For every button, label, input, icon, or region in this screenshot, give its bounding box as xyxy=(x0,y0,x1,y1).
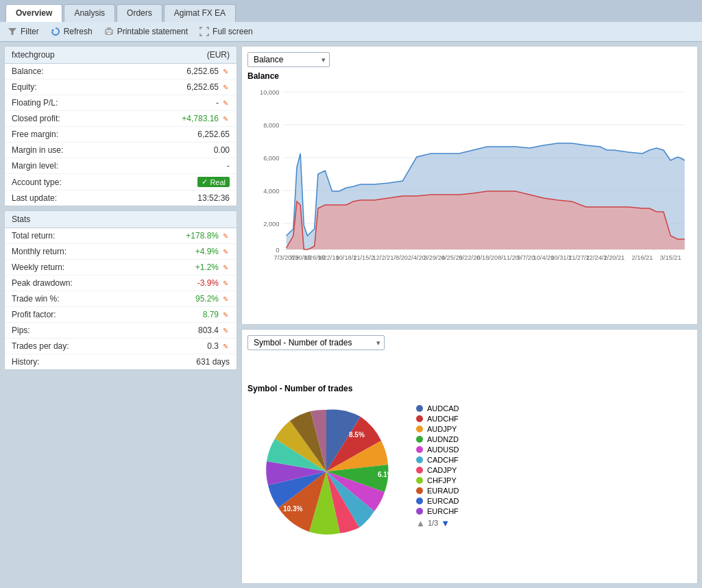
filter-button[interactable]: Filter xyxy=(7,26,39,37)
closed-edit-icon[interactable]: ✎ xyxy=(221,114,230,123)
totalreturn-value: +178.8% ✎ xyxy=(186,231,230,241)
app-container: Overview Analysis Orders Agimat FX EA Fi… xyxy=(0,0,702,588)
balance-chart-card: Balance Balance 10,000 xyxy=(241,46,698,325)
margininuse-value: 0.00 xyxy=(214,145,230,155)
drawdown-edit-icon[interactable]: ✎ xyxy=(221,279,230,287)
profitfactor-edit-icon[interactable]: ✎ xyxy=(221,310,230,319)
history-value: 631 days xyxy=(196,357,230,367)
balance-select-wrapper: Balance xyxy=(247,52,330,67)
print-icon xyxy=(104,26,114,37)
tradesperday-edit-icon[interactable]: ✎ xyxy=(221,342,230,350)
equity-edit-icon[interactable]: ✎ xyxy=(221,83,230,91)
tab-orders[interactable]: Orders xyxy=(117,4,162,22)
stats-body: Total return: +178.8% ✎ Monthly return: … xyxy=(5,228,237,369)
legend-item-audnzd: AUDNZD xyxy=(416,435,692,443)
check-icon: ✓ xyxy=(202,177,208,186)
totalreturn-edit-icon[interactable]: ✎ xyxy=(221,232,230,240)
legend-label-audusd: AUDUSD xyxy=(427,445,459,454)
fullscreen-button[interactable]: Full screen xyxy=(199,26,253,37)
pie-chart-container: Symbol - Number of trades xyxy=(247,384,405,549)
pie-dropdown[interactable]: Symbol - Number of trades xyxy=(247,335,385,350)
balance-chart-area: 10,000 8,000 6,000 4,000 2,000 0 xyxy=(247,85,692,319)
toolbar: Filter Refresh Printable statement xyxy=(0,22,702,42)
legend-dot-audcad xyxy=(416,405,423,412)
legend-label-cadjpy: CADJPY xyxy=(427,466,457,474)
pie-chart-area: Symbol - Number of trades xyxy=(247,354,692,578)
weekly-value: +1.2% ✎ xyxy=(195,262,230,272)
svg-text:8/11/20: 8/11/20 xyxy=(498,254,519,261)
pips-value: 803.4 ✎ xyxy=(198,326,230,335)
lastupdate-label: Last update: xyxy=(12,193,57,203)
account-row-type: Account type: ✓ Real xyxy=(5,174,237,191)
legend-dot-eurchf xyxy=(416,508,423,515)
weekly-edit-icon[interactable]: ✎ xyxy=(221,263,230,271)
pie-container: 8.5% 6.1% 10.3% 7.3% xyxy=(247,396,405,549)
drawdown-label: Peak drawdown: xyxy=(12,278,73,288)
legend-dot-cadjpy xyxy=(416,467,423,474)
accounttype-value: ✓ Real xyxy=(197,177,230,187)
left-panel: fxtechgroup (EUR) Balance: 6,252.65 ✎ Eq… xyxy=(4,46,237,584)
main-content: fxtechgroup (EUR) Balance: 6,252.65 ✎ Eq… xyxy=(0,42,702,588)
legend-label-cadchf: CADCHF xyxy=(427,456,459,464)
weekly-label: Weekly return: xyxy=(12,262,64,272)
legend-label-eurcad: EURCAD xyxy=(427,497,459,505)
legend-label-euraud: EURAUD xyxy=(427,487,459,495)
svg-text:11/15/2: 11/15/2 xyxy=(353,254,374,261)
stats-row-monthly: Monthly return: +4.9% ✎ xyxy=(5,244,237,260)
legend-item-audchf: AUDCHF xyxy=(416,415,692,423)
floating-value: - ✎ xyxy=(216,98,230,108)
prev-page-icon[interactable]: ▲ xyxy=(416,518,425,528)
stats-title: Stats xyxy=(12,215,30,224)
refresh-label: Refresh xyxy=(64,27,93,36)
legend-item-eurchf: EURCHF xyxy=(416,507,692,515)
account-row-floating: Floating P/L: - ✎ xyxy=(5,95,237,111)
tradewin-edit-icon[interactable]: ✎ xyxy=(221,295,230,303)
legend-dot-audchf xyxy=(416,415,423,422)
svg-text:7.3%: 7.3% xyxy=(301,534,317,541)
legend-dot-euraud xyxy=(416,487,423,494)
stats-row-drawdown: Peak drawdown: -3.9% ✎ xyxy=(5,275,237,291)
tabs-bar: Overview Analysis Orders Agimat FX EA xyxy=(0,0,702,22)
closed-label: Closed profit: xyxy=(12,114,60,123)
refresh-button[interactable]: Refresh xyxy=(50,26,93,37)
stats-row-weekly: Weekly return: +1.2% ✎ xyxy=(5,260,237,275)
legend-item-chfjpy: CHFJPY xyxy=(416,476,692,485)
stats-row-history: History: 631 days xyxy=(5,354,237,369)
svg-text:6/18/20: 6/18/20 xyxy=(476,254,498,261)
stats-row-profitfactor: Profit factor: 8.79 ✎ xyxy=(5,307,237,323)
tab-agimat[interactable]: Agimat FX EA xyxy=(164,4,236,22)
balance-dropdown[interactable]: Balance xyxy=(247,52,330,67)
balance-chart-title: Balance xyxy=(247,71,692,81)
pips-edit-icon[interactable]: ✎ xyxy=(221,326,230,334)
monthly-value: +4.9% ✎ xyxy=(195,247,230,256)
account-row-lastupdate: Last update: 13:52:36 xyxy=(5,191,237,206)
floating-label: Floating P/L: xyxy=(12,98,58,108)
fullscreen-icon xyxy=(199,26,210,37)
freemargin-value: 6,252.65 xyxy=(197,130,230,139)
balance-edit-icon[interactable]: ✎ xyxy=(221,67,230,75)
svg-text:1/20/21: 1/20/21 xyxy=(603,254,625,261)
legend-item-audjpy: AUDJPY xyxy=(416,425,692,433)
stats-row-tradesperday: Trades per day: 0.3 ✎ xyxy=(5,339,237,354)
balance-select-row: Balance xyxy=(247,52,692,67)
svg-text:6.1%: 6.1% xyxy=(378,471,394,478)
profitfactor-label: Profit factor: xyxy=(12,310,56,319)
legend-item-cadchf: CADCHF xyxy=(416,456,692,464)
tab-overview[interactable]: Overview xyxy=(5,4,62,22)
floating-edit-icon[interactable]: ✎ xyxy=(221,99,230,107)
legend-label-audchf: AUDCHF xyxy=(427,415,459,423)
next-page-icon[interactable]: ▼ xyxy=(441,518,450,528)
marginlevel-label: Margin level: xyxy=(12,161,58,171)
page-indicator: 1/3 xyxy=(428,519,438,527)
svg-text:2,000: 2,000 xyxy=(263,221,279,228)
stats-row-tradewin: Trade win %: 95.2% ✎ xyxy=(5,291,237,307)
svg-text:6,000: 6,000 xyxy=(263,155,279,162)
stats-card: Stats Total return: +178.8% ✎ Monthly re… xyxy=(4,210,237,370)
accounttype-label: Account type: xyxy=(12,177,62,187)
monthly-edit-icon[interactable]: ✎ xyxy=(221,247,230,256)
printable-button[interactable]: Printable statement xyxy=(104,26,188,37)
legend-item-eurcad: EURCAD xyxy=(416,497,692,505)
right-panel: Balance Balance 10,000 xyxy=(241,46,698,584)
balance-svg: 10,000 8,000 6,000 4,000 2,000 0 xyxy=(247,85,692,263)
tab-analysis[interactable]: Analysis xyxy=(64,4,115,22)
